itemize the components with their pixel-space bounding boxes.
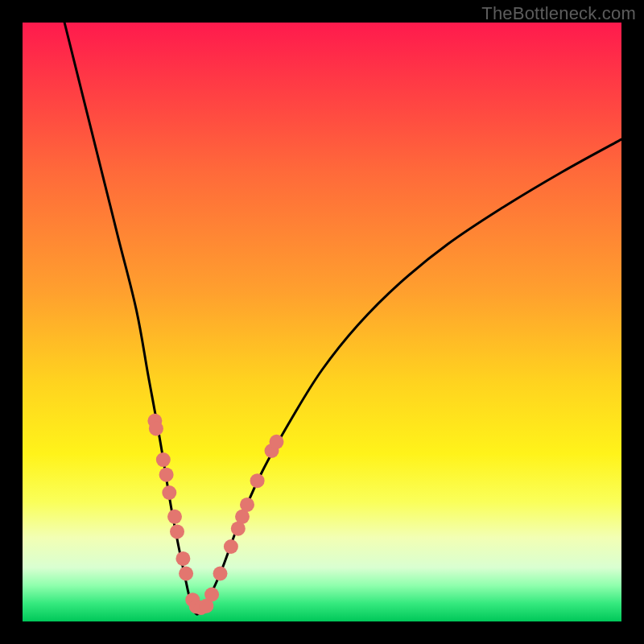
data-marker xyxy=(250,473,265,488)
data-marker xyxy=(167,510,182,524)
data-marker xyxy=(159,468,174,482)
data-marker xyxy=(156,452,171,467)
data-marker xyxy=(149,421,163,436)
data-marker xyxy=(240,497,254,512)
data-marker xyxy=(162,485,176,500)
data-marker xyxy=(170,524,184,539)
data-marker xyxy=(175,551,190,566)
curve-layer xyxy=(23,23,621,621)
plot-area xyxy=(23,23,621,621)
data-marker xyxy=(213,567,228,581)
data-marker xyxy=(224,539,238,554)
data-marker xyxy=(179,567,193,581)
data-marker xyxy=(204,588,219,602)
chart-frame: TheBottleneck.com xyxy=(0,0,644,644)
bottleneck-curve xyxy=(64,23,621,614)
watermark-text: TheBottleneck.com xyxy=(481,3,636,24)
data-marker xyxy=(270,435,284,449)
